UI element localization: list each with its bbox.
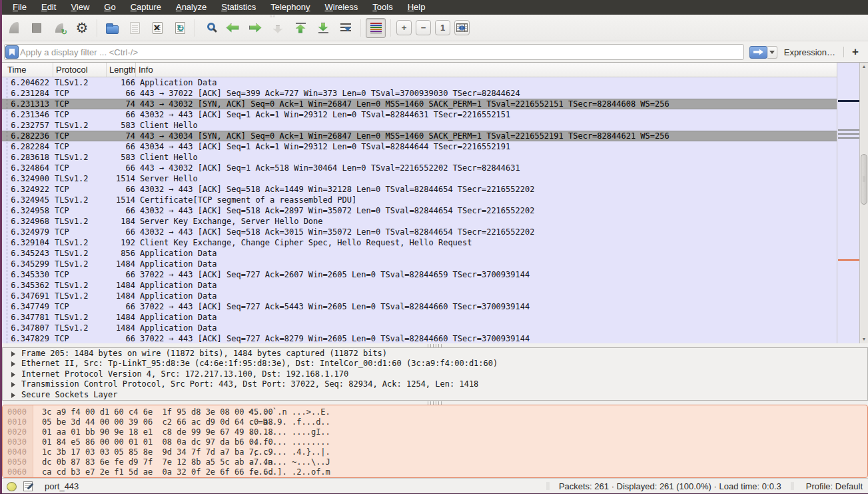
menu-item-edit[interactable]: Edit [34,0,63,15]
packet-row[interactable]: 6.283618TLSv1.2583Client Hello [2,152,837,163]
packet-row[interactable]: 6.324922TCP6643032 → 443 [ACK] Seq=518 A… [2,184,837,195]
menu-item-go[interactable]: Go [97,0,123,15]
packet-row[interactable]: 6.324968TLSv1.2184Server Key Exchange, S… [2,216,837,227]
column-header-length[interactable]: Length [107,63,136,77]
packet-list-scrollbar[interactable]: ▲ ▼ [859,63,868,343]
packet-row[interactable]: 6.324979TCP6643032 → 443 [ACK] Seq=518 A… [2,227,837,237]
close-file-button[interactable] [147,18,167,38]
hex-row[interactable]: 003001 84 e5 86 00 00 01 01 08 0a dc 97 … [3,437,867,447]
menu-item-telephony[interactable]: Telephony [263,0,317,15]
packet-info: Server Key Exchange, Server Hello Done [135,216,837,227]
packet-row[interactable]: 6.347781TLSv1.21484Application Data [2,312,837,323]
save-file-button[interactable] [125,18,145,38]
packet-length: 856 [106,248,135,259]
hex-ascii: ........ ....gI.. [240,427,330,437]
packet-bytes-pane: 00003c a9 f4 00 d1 60 c4 6e 1f 95 d8 3e … [2,405,868,478]
go-first-packet-button[interactable] [290,18,310,38]
restart-capture-button[interactable] [49,18,69,38]
packet-row[interactable]: 6.347829TCP6637022 → 443 [ACK] Seq=727 A… [2,333,837,343]
packet-row[interactable]: 6.282284TCP6643034 → 443 [ACK] Seq=1 Ack… [2,141,837,152]
packet-row[interactable]: 6.347807TLSv1.21484Application Data [2,323,837,333]
packet-row[interactable]: 6.345299TLSv1.21484Application Data [2,259,837,269]
capture-options-button[interactable] [72,18,92,38]
packet-row[interactable]: 6.324945TLSv1.21514Certificate[TCP segme… [2,195,837,205]
packet-row[interactable]: 6.282236TCP74443 → 43034 [SYN, ACK] Seq=… [2,131,837,141]
start-capture-button[interactable] [4,18,24,38]
expand-arrow-icon[interactable] [11,382,15,387]
column-header-protocol[interactable]: Protocol [53,63,107,77]
expand-arrow-icon[interactable] [11,372,15,377]
open-file-button[interactable] [102,18,122,38]
detail-row[interactable]: Ethernet II, Src: Tp-LinkT_95:d8:3e (c4:… [3,359,867,369]
go-to-packet-button[interactable] [268,18,288,38]
menu-item-statistics[interactable]: Statistics [214,0,263,15]
colorize-button[interactable] [366,18,386,38]
packet-row[interactable]: 6.324958TCP6643032 → 443 [ACK] Seq=518 A… [2,205,837,216]
find-packet-button[interactable] [200,18,220,38]
expand-arrow-icon[interactable] [11,393,15,398]
filter-history-button[interactable] [767,46,777,59]
packet-row[interactable]: 6.204622TLSv1.2166Application Data [2,77,837,88]
packet-protocol: TLSv1.2 [53,248,106,259]
hex-row[interactable]: 0050dc 0b 87 83 6e fe d9 7f 7e 12 8b a5 … [3,457,867,467]
menu-item-analyze[interactable]: Analyze [169,0,214,15]
apply-filter-button[interactable] [749,46,767,59]
packet-row[interactable]: 6.329104TLSv1.2192Client Key Exchange, C… [2,237,837,248]
expand-arrow-icon[interactable] [11,351,15,357]
detail-row[interactable]: Secure Sockets Layer [3,390,867,400]
packet-row[interactable]: 6.231313TCP74443 → 43032 [SYN, ACK] Seq=… [2,99,837,109]
packet-row[interactable]: 6.345243TLSv1.2856Application Data [2,248,837,259]
hex-row[interactable]: 002001 aa 01 bb 90 9e 18 e1 c8 de 99 9e … [3,427,867,437]
packet-row[interactable]: 6.231346TCP6643032 → 443 [ACK] Seq=1 Ack… [2,109,837,120]
hex-row[interactable]: 0060ca cd b3 e7 2e f1 5d ae 0a 32 0f 2e … [3,467,867,477]
go-last-packet-button[interactable] [313,18,333,38]
packet-row[interactable]: 6.345362TLSv1.21484Application Data [2,280,837,291]
resize-columns-button[interactable] [454,20,470,35]
packet-row[interactable]: 6.345330TCP6637022 → 443 [ACK] Seq=727 A… [2,269,837,280]
detail-row[interactable]: Internet Protocol Version 4, Src: 172.21… [3,369,867,379]
expert-info-button[interactable] [7,482,17,491]
menu-item-help[interactable]: Help [400,0,433,15]
expression-button[interactable]: Expression… [784,47,835,57]
zoom-out-button[interactable]: − [416,20,431,35]
scroll-down-arrow-icon[interactable]: ▼ [860,335,868,343]
auto-scroll-button[interactable] [336,18,356,38]
hex-row[interactable]: 00003c a9 f4 00 d1 60 c4 6e 1f 95 d8 3e … [3,407,867,417]
add-filter-button[interactable]: + [852,45,859,59]
detail-row[interactable]: Transmission Control Protocol, Src Port:… [3,379,867,389]
zoom-original-button[interactable]: 1 [435,20,450,35]
menu-item-wireless[interactable]: Wireless [318,0,366,15]
menu-item-view[interactable]: View [63,0,97,15]
expand-arrow-icon[interactable] [11,361,15,367]
zoom-in-button[interactable]: + [396,20,412,35]
profile-label[interactable]: Profile: Default [806,481,863,491]
hex-row[interactable]: 00401c 3b 17 03 03 05 85 8e 9d 34 7f 7d … [3,447,867,457]
packet-row[interactable]: 6.324900TLSv1.21514Server Hello [2,173,837,184]
hex-row[interactable]: 001005 be 3d 44 00 00 39 06 c2 66 ac d9 … [3,417,867,427]
scroll-up-arrow-icon[interactable]: ▲ [860,63,868,71]
packet-row[interactable]: 6.232757TLSv1.2583Client Hello [2,120,837,131]
packet-time: 6.345243 [2,248,53,259]
packet-row[interactable]: 6.347749TCP6637022 → 443 [ACK] Seq=727 A… [2,301,837,312]
go-forward-button[interactable] [245,18,265,38]
display-filter-field[interactable] [4,44,744,60]
packet-row[interactable]: 6.324864TCP66443 → 43032 [ACK] Seq=1 Ack… [2,163,837,173]
detail-row[interactable]: Frame 205: 1484 bytes on wire (11872 bit… [3,349,867,359]
packet-row[interactable]: 6.231284TCP66443 → 37022 [ACK] Seq=399 A… [2,88,837,99]
stop-capture-button[interactable] [27,18,47,38]
display-filter-input[interactable] [20,45,743,59]
go-back-button[interactable] [222,18,242,38]
packet-row[interactable]: 6.347691TLSv1.21484Application Data [2,291,837,301]
scrollbar-thumb[interactable] [861,154,867,205]
capture-comment-button[interactable] [23,481,33,491]
column-header-time[interactable]: Time [2,63,53,77]
menu-item-file[interactable]: File [5,0,34,15]
menu-item-capture[interactable]: Capture [123,0,169,15]
filter-bookmark-button[interactable] [5,45,19,59]
reload-file-button[interactable] [170,18,190,38]
hex-offset: 0020 [3,427,33,437]
packet-length: 1514 [106,195,135,205]
packet-list-minimap[interactable] [837,63,859,343]
column-header-info[interactable]: Info [136,63,837,77]
menu-item-tools[interactable]: Tools [365,0,400,15]
